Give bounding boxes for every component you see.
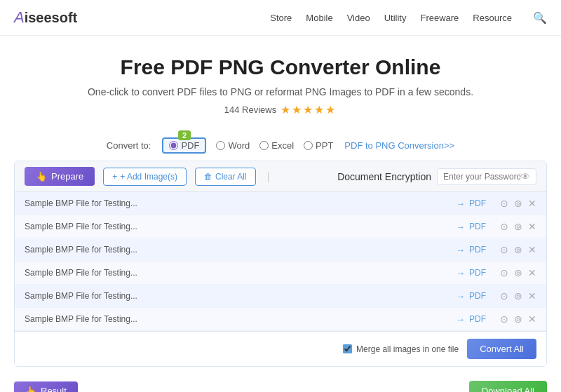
eye-icon[interactable]: 👁 <box>520 171 530 182</box>
add-images-button[interactable]: + + Add Image(s) <box>103 168 187 186</box>
radio-group: 2 PDF Word Excel PPT <box>162 137 333 154</box>
download-all-button[interactable]: Download All <box>469 381 547 392</box>
add-icon: + <box>112 172 117 182</box>
nav-video[interactable]: Video <box>347 13 370 23</box>
result-icon: 👆 <box>25 386 36 392</box>
arrow-icon: → <box>456 198 465 209</box>
info-icon[interactable]: ⊚ <box>514 313 522 325</box>
logo-icon: A <box>14 8 25 27</box>
nav-links: Store Mobile Video Utility Freeware Reso… <box>270 11 547 25</box>
arrow-icon: → <box>456 268 465 278</box>
merge-check[interactable]: Merge all images in one file <box>343 344 459 354</box>
nav-freeware[interactable]: Freeware <box>420 13 459 23</box>
table-row: Sample BMP File for Testing... → PDF ⊙ ⊚… <box>15 215 546 238</box>
target-format: PDF <box>469 222 486 231</box>
row-actions: ⊙ ⊚ ✕ <box>500 221 536 232</box>
info-icon[interactable]: ⊚ <box>514 244 522 255</box>
radio-pdf-label[interactable]: PDF <box>181 140 199 151</box>
hero-section: Free PDF PNG Converter Online One-click … <box>0 36 561 128</box>
table-row: Sample BMP File for Testing... → PDF ⊙ ⊚… <box>15 262 546 285</box>
prepare-label: Prepare <box>51 171 83 182</box>
table-row: Sample BMP File for Testing... → PDF ⊙ ⊚… <box>15 308 546 331</box>
row-actions: ⊙ ⊚ ✕ <box>500 290 536 302</box>
arrow-icon: → <box>456 245 465 255</box>
radio-word-input[interactable] <box>216 141 225 150</box>
logo: A iseesoft <box>14 8 77 27</box>
row-actions: ⊙ ⊚ ✕ <box>500 313 536 325</box>
close-icon[interactable]: ✕ <box>528 267 536 278</box>
close-icon[interactable]: ✕ <box>528 221 536 232</box>
trash-icon: 🗑 <box>204 172 212 182</box>
radio-ppt-label[interactable]: PPT <box>316 140 333 151</box>
tool-area: 👆 Prepare + + Add Image(s) 🗑 Clear All |… <box>14 161 547 367</box>
radio-excel[interactable]: Excel <box>259 140 294 151</box>
radio-ppt-input[interactable] <box>304 141 313 150</box>
file-name: Sample BMP File for Testing... <box>25 291 456 301</box>
result-button[interactable]: 👆 Result <box>14 381 78 392</box>
download-all-label: Download All <box>482 386 534 392</box>
radio-pdf[interactable]: 2 PDF <box>162 137 206 154</box>
table-row: Sample BMP File for Testing... → PDF ⊙ ⊚… <box>15 192 546 215</box>
settings-icon[interactable]: ⊙ <box>500 198 508 209</box>
target-format: PDF <box>469 291 486 301</box>
page-title: Free PDF PNG Converter Online <box>14 55 547 79</box>
logo-text: iseesoft <box>25 10 78 26</box>
row-actions: ⊙ ⊚ ✕ <box>500 244 536 255</box>
nav-utility[interactable]: Utility <box>384 13 407 23</box>
merge-checkbox[interactable] <box>343 344 352 353</box>
prepare-icon: 👆 <box>36 171 47 182</box>
password-input[interactable] <box>443 172 520 182</box>
file-name: Sample BMP File for Testing... <box>25 198 456 208</box>
convert-all-button[interactable]: Convert All <box>467 339 536 359</box>
nav-mobile[interactable]: Mobile <box>306 13 332 23</box>
radio-word-label[interactable]: Word <box>228 140 250 151</box>
arrow-icon: → <box>456 222 465 232</box>
close-icon[interactable]: ✕ <box>528 244 536 255</box>
doc-enc-label: Document Encryption <box>337 171 431 182</box>
reviews-count: 144 Reviews <box>224 104 276 115</box>
reviews-row: 144 Reviews ★★★★★ <box>14 103 547 116</box>
convert-all-label: Convert All <box>480 344 524 354</box>
arrow-icon: → <box>456 291 465 302</box>
navbar: A iseesoft Store Mobile Video Utility Fr… <box>0 0 561 36</box>
arrow-pdf: → PDF <box>456 314 486 325</box>
star-rating: ★★★★★ <box>280 103 337 116</box>
file-name: Sample BMP File for Testing... <box>25 314 456 324</box>
settings-icon[interactable]: ⊙ <box>500 267 508 278</box>
close-icon[interactable]: ✕ <box>528 313 536 325</box>
add-images-label: + Add Image(s) <box>120 172 177 182</box>
radio-word[interactable]: Word <box>216 140 250 151</box>
clear-all-label: Clear All <box>215 172 247 182</box>
merge-label: Merge all images in one file <box>356 344 459 354</box>
pdf-to-png-link[interactable]: PDF to PNG Conversion>> <box>344 140 454 151</box>
arrow-pdf: → PDF <box>456 198 486 209</box>
info-icon[interactable]: ⊚ <box>514 267 522 278</box>
target-format: PDF <box>469 245 486 255</box>
table-row: Sample BMP File for Testing... → PDF ⊙ ⊚… <box>15 238 546 262</box>
bottom-row: Merge all images in one file Convert All <box>15 331 546 366</box>
info-icon[interactable]: ⊚ <box>514 290 522 302</box>
settings-icon[interactable]: ⊙ <box>500 313 508 325</box>
target-format: PDF <box>469 198 486 208</box>
badge-2: 2 <box>178 130 191 140</box>
settings-icon[interactable]: ⊙ <box>500 221 508 232</box>
toolbar-separator: | <box>267 171 270 182</box>
info-icon[interactable]: ⊚ <box>514 221 522 232</box>
radio-excel-input[interactable] <box>259 141 269 150</box>
close-icon[interactable]: ✕ <box>528 290 536 302</box>
settings-icon[interactable]: ⊙ <box>500 244 508 255</box>
password-field[interactable]: 👁 <box>437 168 536 185</box>
radio-ppt[interactable]: PPT <box>304 140 333 151</box>
nav-store[interactable]: Store <box>270 13 292 23</box>
nav-resource[interactable]: Resource <box>473 13 512 23</box>
close-icon[interactable]: ✕ <box>528 198 536 209</box>
info-icon[interactable]: ⊚ <box>514 198 522 209</box>
radio-pdf-input[interactable] <box>169 141 178 150</box>
arrow-pdf: → PDF <box>456 222 486 232</box>
prepare-button[interactable]: 👆 Prepare <box>25 167 95 186</box>
settings-icon[interactable]: ⊙ <box>500 290 508 302</box>
search-icon[interactable]: 🔍 <box>533 11 547 25</box>
clear-all-button[interactable]: 🗑 Clear All <box>195 168 256 186</box>
file-name: Sample BMP File for Testing... <box>25 222 456 231</box>
radio-excel-label[interactable]: Excel <box>271 140 294 151</box>
